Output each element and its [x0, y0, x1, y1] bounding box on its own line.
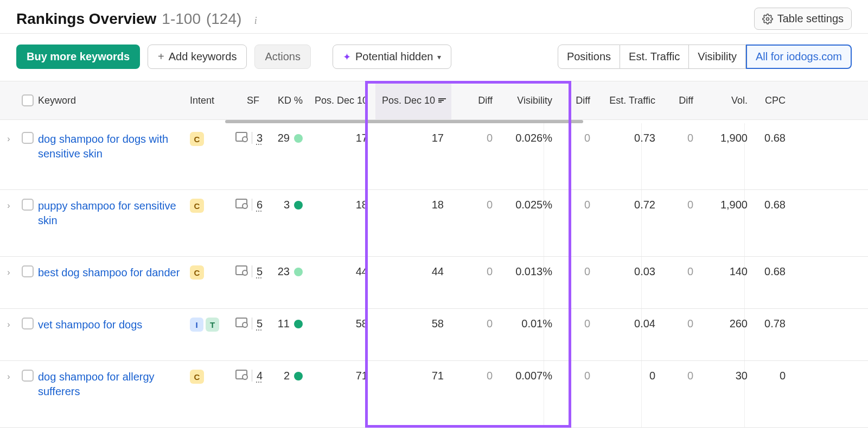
buy-more-label: Buy more keywords	[27, 50, 130, 63]
volume-cell: 30	[701, 370, 755, 399]
row-checkbox[interactable]	[22, 318, 34, 329]
actions-label: Actions	[265, 50, 301, 63]
traffic-cell: 0	[598, 370, 663, 399]
svg-point-0	[766, 17, 769, 20]
expand-row-icon[interactable]: ›	[0, 318, 17, 332]
serp-features-icon[interactable]	[235, 199, 247, 208]
cpc-cell: 0.68	[755, 199, 793, 228]
expand-row-icon[interactable]: ›	[0, 132, 17, 161]
keyword-link[interactable]: puppy shampoo for sensitive skin	[38, 199, 181, 228]
toolbar: Buy more keywords + Add keywords Actions…	[0, 34, 868, 81]
table-settings-button[interactable]: Table settings	[754, 8, 852, 30]
col-kd[interactable]: KD %	[267, 95, 310, 106]
serp-features-icon[interactable]	[235, 370, 247, 379]
traffic-cell: 0.03	[598, 265, 663, 280]
col-pos2[interactable]: Pos. Dec 10	[375, 81, 451, 119]
sf-count[interactable]: 6	[257, 199, 263, 211]
pos1-cell: 58	[310, 318, 375, 332]
pos1-cell: 18	[310, 199, 375, 228]
visibility-cell: 0.007%	[500, 370, 560, 399]
table-body: ›dog shampoo for dogs with sensitive ski…	[0, 123, 868, 428]
intent-badge: T	[206, 318, 219, 332]
rankings-table: Keyword Intent SF KD % Pos. Dec 10 Pos. …	[0, 81, 868, 428]
info-icon[interactable]: i	[250, 15, 261, 26]
kd-dot-icon	[294, 320, 303, 328]
intent-cell: C	[186, 370, 224, 399]
expand-row-icon[interactable]: ›	[0, 370, 17, 399]
col-pos-diff[interactable]: Diff	[451, 95, 500, 106]
seg-est-traffic[interactable]: Est. Traffic	[620, 45, 689, 69]
pos-diff-cell: 0	[451, 318, 500, 332]
row-checkbox[interactable]	[22, 370, 34, 382]
intent-badge: C	[190, 265, 204, 280]
volume-cell: 140	[701, 265, 755, 280]
col-vis-diff[interactable]: Diff	[560, 95, 598, 106]
kd-value: 11	[278, 318, 290, 330]
col-intent[interactable]: Intent	[186, 95, 224, 106]
col-volume[interactable]: Vol.	[701, 95, 755, 106]
intent-badge: C	[190, 132, 204, 146]
kd-dot-icon	[294, 201, 303, 210]
kd-cell: 29	[271, 132, 303, 144]
add-keywords-button[interactable]: + Add keywords	[148, 45, 247, 69]
sf-count[interactable]: 5	[257, 318, 263, 330]
sf-count[interactable]: 4	[257, 370, 263, 382]
expand-row-icon[interactable]: ›	[0, 199, 17, 228]
intent-badge: C	[190, 370, 204, 384]
intent-badge: C	[190, 199, 204, 213]
pos-diff-cell: 0	[451, 370, 500, 399]
sf-count[interactable]: 5	[257, 265, 263, 278]
page-title: Rankings Overview 1-100 (124) i	[16, 10, 261, 28]
keyword-link[interactable]: dog shampoo for dogs with sensitive skin	[38, 132, 181, 161]
sf-cell: 6	[224, 199, 267, 228]
col-keyword[interactable]: Keyword	[34, 95, 186, 106]
traffic-diff-cell: 0	[663, 318, 701, 332]
serp-features-icon[interactable]	[235, 132, 247, 142]
sort-icon	[438, 98, 446, 103]
pos2-cell: 17	[375, 132, 451, 161]
traffic-diff-cell: 0	[663, 370, 701, 399]
traffic-diff-cell: 0	[663, 265, 701, 280]
col-cpc[interactable]: CPC	[755, 95, 793, 106]
kd-dot-icon	[294, 372, 303, 380]
keyword-link[interactable]: vet shampoo for dogs	[38, 318, 181, 332]
visibility-diff-cell: 0	[560, 265, 598, 280]
col-est-traffic[interactable]: Est. Traffic	[598, 95, 663, 106]
select-all-checkbox[interactable]	[22, 94, 34, 106]
buy-more-keywords-button[interactable]: Buy more keywords	[16, 45, 140, 69]
serp-features-icon[interactable]	[235, 265, 247, 275]
col-sf[interactable]: SF	[224, 95, 267, 106]
kd-cell: 23	[271, 265, 303, 278]
col-traffic-diff[interactable]: Diff	[663, 95, 701, 106]
seg-positions[interactable]: Positions	[558, 45, 620, 69]
table-row: ›dog shampoo for allergy sufferersC42717…	[0, 361, 868, 428]
seg-all-domain[interactable]: All for iodogs.com	[746, 45, 852, 69]
potential-dropdown[interactable]: ✦ Potential hidden ▾	[333, 45, 451, 69]
traffic-cell: 0.04	[598, 318, 663, 332]
table-row: ›best dog shampoo for danderC523444400.0…	[0, 257, 868, 309]
row-checkbox[interactable]	[22, 265, 34, 277]
actions-button[interactable]: Actions	[254, 45, 311, 69]
traffic-diff-cell: 0	[663, 199, 701, 228]
title-range: 1-100	[162, 10, 201, 28]
row-checkbox[interactable]	[22, 199, 34, 211]
keyword-link[interactable]: dog shampoo for allergy sufferers	[38, 370, 181, 399]
col-visibility[interactable]: Visibility	[500, 95, 560, 106]
serp-features-icon[interactable]	[235, 318, 247, 327]
volume-cell: 260	[701, 318, 755, 332]
col-pos1[interactable]: Pos. Dec 10	[310, 95, 375, 106]
keyword-link[interactable]: best dog shampoo for dander	[38, 265, 181, 280]
expand-row-icon[interactable]: ›	[0, 265, 17, 280]
gear-icon	[762, 14, 773, 24]
kd-cell: 11	[271, 318, 303, 330]
cpc-cell: 0.78	[755, 318, 793, 332]
potential-label: Potential hidden	[355, 50, 433, 63]
sf-count[interactable]: 3	[257, 132, 263, 144]
seg-visibility[interactable]: Visibility	[689, 45, 746, 69]
visibility-diff-cell: 0	[560, 132, 598, 161]
intent-cell: C	[186, 199, 224, 228]
row-checkbox[interactable]	[22, 132, 34, 144]
title-total: (124)	[206, 10, 241, 28]
volume-cell: 1,900	[701, 199, 755, 228]
page-header: Rankings Overview 1-100 (124) i Table se…	[0, 0, 868, 34]
